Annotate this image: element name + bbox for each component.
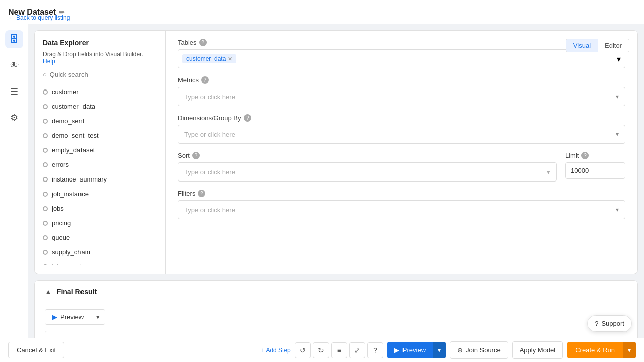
table-dot-icon — [43, 235, 48, 240]
limit-info-icon[interactable]: ? — [581, 152, 589, 159]
dimensions-info-icon[interactable]: ? — [244, 114, 251, 122]
list-item[interactable]: jobs — [35, 201, 165, 216]
list-item[interactable]: customer — [35, 84, 165, 99]
sort-label: Sort ? — [178, 152, 557, 159]
limit-label: Limit ? — [565, 152, 625, 159]
sort-chevron-icon: ▾ — [547, 168, 550, 176]
redo-button[interactable]: ↻ — [313, 342, 329, 358]
list-item[interactable]: supply_chain — [35, 245, 165, 259]
list-item[interactable]: job_instance — [35, 187, 165, 201]
dimensions-label: Dimensions/Group By ? — [178, 114, 625, 122]
chart-button[interactable]: ≡ — [331, 342, 347, 358]
filters-input[interactable]: Type or click here ▾ — [178, 200, 625, 219]
bottom-toolbar: Cancel & Exit + Add Step ↺ ↻ ≡ ⤢ ? ▶ Pre… — [0, 338, 644, 362]
final-result-panel: ▲ Final Result ▶ Preview ▾ Preview Data … — [34, 280, 638, 338]
remove-table-button[interactable]: ✕ — [228, 56, 232, 62]
tables-info-icon[interactable]: ? — [199, 39, 207, 46]
selected-table-tag: customer_data ✕ — [182, 54, 236, 63]
table-dot-icon — [43, 119, 48, 124]
tables-chevron-icon: ▾ — [617, 54, 621, 64]
table-dot-icon — [43, 177, 48, 182]
play-icon: ▶ — [394, 346, 399, 354]
help-link[interactable]: Help — [43, 58, 55, 65]
list-item[interactable]: demo_sent — [35, 114, 165, 128]
list-item[interactable]: errors — [35, 157, 165, 172]
view-toggle: Visual Editor — [566, 39, 629, 52]
list-item[interactable]: pricing — [35, 216, 165, 230]
list-item[interactable]: telco_customer — [35, 259, 165, 265]
filters-info-icon[interactable]: ? — [198, 190, 205, 197]
table-list: customer customer_data demo_sent demo_se… — [35, 84, 165, 265]
list-item[interactable]: empty_dataset — [35, 143, 165, 157]
preview-data-label: Preview Data — [45, 331, 627, 338]
table-dot-icon — [43, 192, 48, 197]
table-dot-icon — [43, 206, 48, 211]
collapse-button[interactable]: ▲ — [45, 288, 52, 296]
explorer-title: Data Explorer — [35, 39, 165, 51]
preview-button-group: ▶ Preview ▾ — [45, 309, 105, 325]
main-content: Data Explorer Drag & Drop fields into Vi… — [28, 24, 644, 338]
search-input[interactable] — [50, 71, 157, 78]
top-bar: New Dataset ✏ ← Back to query listing — [0, 0, 644, 24]
list-item[interactable]: instance_summary — [35, 172, 165, 187]
filters-label: Filters ? — [178, 190, 625, 197]
metrics-chevron-icon: ▾ — [616, 93, 619, 100]
table-dot-icon — [43, 104, 48, 109]
sort-info-icon[interactable]: ? — [192, 152, 200, 159]
metrics-info-icon[interactable]: ? — [201, 76, 209, 84]
metrics-input[interactable]: Type or click here ▾ — [178, 87, 625, 106]
visual-view-button[interactable]: Visual — [566, 39, 598, 52]
sidebar-icon-gear[interactable]: ⚙ — [5, 109, 23, 127]
preview-dropdown-button[interactable]: ▾ — [91, 310, 105, 324]
apply-model-button[interactable]: Apply Model — [512, 341, 564, 359]
quick-search-container[interactable]: ○ — [35, 71, 165, 84]
list-item[interactable]: customer_data — [35, 99, 165, 114]
sidebar-icon-eye[interactable]: 👁 — [5, 56, 23, 74]
support-icon: ? — [595, 320, 598, 327]
table-dot-icon — [43, 148, 48, 153]
filters-section: Filters ? Type or click here ▾ — [178, 190, 625, 219]
right-actions: + Add Step ↺ ↻ ≡ ⤢ ? ▶ Preview ▾ ⊕ Join … — [261, 341, 636, 359]
preview-data-section: Preview Data ◎ — [45, 331, 627, 338]
table-dot-icon — [43, 162, 48, 167]
preview-bar: ▶ Preview ▾ — [35, 303, 637, 331]
dimensions-chevron-icon: ▾ — [616, 131, 619, 138]
final-result-header: ▲ Final Result — [35, 281, 637, 303]
expand-button[interactable]: ⤢ — [349, 342, 365, 358]
undo-redo-group: ↺ ↻ ≡ ⤢ ? — [295, 342, 383, 358]
table-dot-icon — [43, 133, 48, 138]
cancel-exit-button[interactable]: Cancel & Exit — [8, 342, 64, 358]
create-run-button[interactable]: Create & Run — [567, 342, 623, 358]
support-fab[interactable]: ? Support — [587, 315, 632, 332]
limit-input[interactable] — [565, 162, 625, 179]
limit-section: Limit ? — [565, 152, 625, 182]
final-result-title: Final Result — [57, 288, 97, 296]
explorer-subtitle: Drag & Drop fields into Visual Builder. … — [35, 51, 165, 71]
dimensions-section: Dimensions/Group By ? Type or click here… — [178, 114, 625, 144]
dimensions-input[interactable]: Type or click here ▾ — [178, 125, 625, 144]
join-source-button[interactable]: ⊕ Join Source — [450, 341, 508, 359]
undo-button[interactable]: ↺ — [295, 342, 311, 358]
list-item[interactable]: queue — [35, 230, 165, 245]
preview-button[interactable]: ▶ Preview — [45, 310, 91, 324]
create-run-dropdown-button[interactable]: ▾ — [623, 342, 636, 358]
table-dot-icon — [43, 89, 48, 95]
table-dot-icon — [43, 221, 48, 226]
sidebar-icon-layers[interactable]: ☰ — [5, 82, 23, 101]
sidebar-icon-database[interactable]: 🗄 — [5, 30, 23, 48]
add-step-button[interactable]: + Add Step — [261, 347, 291, 354]
list-item[interactable]: demo_sent_test — [35, 128, 165, 143]
search-icon: ○ — [43, 71, 47, 78]
toolbar-preview-button[interactable]: ▶ Preview — [387, 342, 433, 358]
editor-view-button[interactable]: Editor — [598, 39, 629, 52]
help-button[interactable]: ? — [367, 342, 383, 358]
tables-section: Tables ? customer_data ✕ ▾ — [178, 39, 625, 68]
toolbar-preview-group: ▶ Preview ▾ — [387, 342, 446, 358]
tables-label: Tables ? — [178, 39, 625, 46]
toolbar-preview-dropdown-button[interactable]: ▾ — [433, 342, 446, 358]
tables-input[interactable]: customer_data ✕ ▾ — [178, 49, 625, 68]
data-explorer: Data Explorer Drag & Drop fields into Vi… — [35, 31, 166, 274]
join-icon: ⊕ — [457, 346, 463, 354]
back-link[interactable]: ← Back to query listing — [8, 14, 70, 21]
sort-input[interactable]: Type or click here ▾ — [178, 162, 557, 182]
